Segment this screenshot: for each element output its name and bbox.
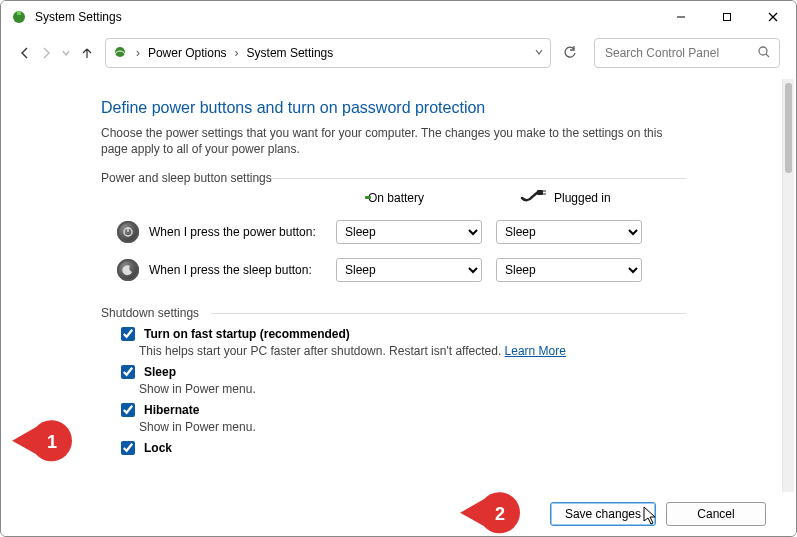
fast-startup-desc: This helps start your PC faster after sh… <box>139 344 505 358</box>
hibernate-title: Hibernate <box>144 403 199 417</box>
sleep-checkbox[interactable] <box>121 365 135 379</box>
hibernate-checkbox[interactable] <box>121 403 135 417</box>
hibernate-desc: Show in Power menu. <box>117 420 686 434</box>
back-button[interactable] <box>17 41 33 65</box>
chevron-right-icon <box>134 46 142 60</box>
shutdown-item-hibernate: Hibernate Show in Power menu. <box>101 400 686 434</box>
column-headers: On battery Plugged in <box>101 189 686 206</box>
breadcrumb-root[interactable]: Power Options <box>148 46 227 60</box>
maximize-button[interactable] <box>704 1 750 33</box>
sleep-title: Sleep <box>144 365 176 379</box>
svg-line-8 <box>766 54 769 57</box>
sleep-icon <box>117 259 139 281</box>
chevron-right-icon <box>233 46 241 60</box>
power-icon <box>117 221 139 243</box>
footer: Save changes Cancel <box>1 492 796 536</box>
svg-point-7 <box>759 47 767 55</box>
nav-bar: Power Options System Settings <box>1 33 796 73</box>
forward-button[interactable] <box>37 41 53 65</box>
power-button-label: When I press the power button: <box>149 225 316 239</box>
address-icon <box>112 44 128 63</box>
learn-more-link[interactable]: Learn More <box>505 344 566 358</box>
window-title: System Settings <box>35 10 122 24</box>
plug-icon <box>520 189 546 206</box>
lock-title: Lock <box>144 441 172 455</box>
power-button-row: When I press the power button: Sleep Sle… <box>101 220 686 244</box>
divider <box>211 313 686 314</box>
shutdown-item-lock: Lock <box>101 438 686 458</box>
minimize-button[interactable] <box>658 1 704 33</box>
app-icon <box>11 9 27 25</box>
divider <box>271 178 686 179</box>
breadcrumb-current[interactable]: System Settings <box>247 46 334 60</box>
sleep-button-battery-select[interactable]: Sleep <box>336 258 482 282</box>
content-area: Define power buttons and turn on passwor… <box>1 79 796 492</box>
address-bar[interactable]: Power Options System Settings <box>105 38 551 68</box>
svg-rect-9 <box>537 190 543 195</box>
sleep-button-label: When I press the sleep button: <box>149 263 312 277</box>
title-bar: System Settings <box>1 1 796 33</box>
power-button-battery-select[interactable]: Sleep <box>336 220 482 244</box>
close-button[interactable] <box>750 1 796 33</box>
power-button-plugged-select[interactable]: Sleep <box>496 220 642 244</box>
plugged-in-label: Plugged in <box>554 191 611 205</box>
recent-dropdown[interactable] <box>58 41 74 65</box>
sleep-button-row: When I press the sleep button: Sleep Sle… <box>101 258 686 282</box>
up-button[interactable] <box>78 41 94 65</box>
vertical-scrollbar[interactable] <box>782 79 794 492</box>
address-dropdown[interactable] <box>534 46 544 60</box>
cancel-button[interactable]: Cancel <box>666 502 766 526</box>
search-icon <box>757 45 771 62</box>
svg-rect-3 <box>724 14 731 21</box>
svg-rect-1 <box>17 11 21 15</box>
save-changes-button[interactable]: Save changes <box>550 502 656 526</box>
search-input[interactable] <box>603 45 757 61</box>
shutdown-item-sleep: Sleep Show in Power menu. <box>101 362 686 396</box>
refresh-button[interactable] <box>563 46 578 60</box>
fast-startup-checkbox[interactable] <box>121 327 135 341</box>
fast-startup-title: Turn on fast startup (recommended) <box>144 327 350 341</box>
on-battery-label: On battery <box>368 191 424 205</box>
sleep-desc: Show in Power menu. <box>117 382 686 396</box>
shutdown-item-fast-startup: Turn on fast startup (recommended) This … <box>101 324 686 358</box>
search-box[interactable] <box>594 38 780 68</box>
page-description: Choose the power settings that you want … <box>101 125 686 157</box>
sleep-button-plugged-select[interactable]: Sleep <box>496 258 642 282</box>
lock-checkbox[interactable] <box>121 441 135 455</box>
scrollbar-thumb[interactable] <box>785 83 792 173</box>
page-heading: Define power buttons and turn on passwor… <box>101 99 686 117</box>
